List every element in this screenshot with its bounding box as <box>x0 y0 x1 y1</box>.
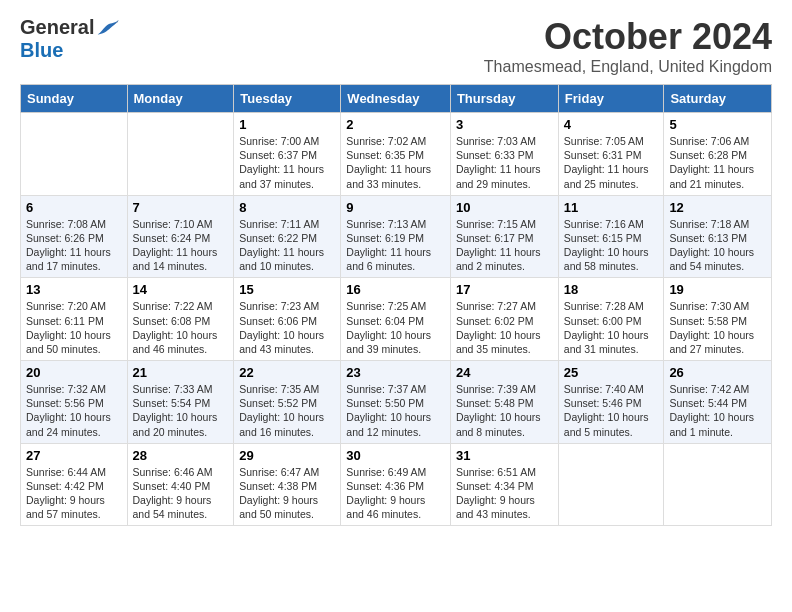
cell-daylight-text: Daylight: 10 hours and 39 minutes. <box>346 328 445 356</box>
cell-daylight-text: Sunset: 5:54 PM <box>133 396 229 410</box>
calendar-cell: 27Sunrise: 6:44 AMSunset: 4:42 PMDayligh… <box>21 443 128 526</box>
day-number: 19 <box>669 282 766 297</box>
day-header-friday: Friday <box>558 85 664 113</box>
cell-daylight-text: Sunset: 6:26 PM <box>26 231 122 245</box>
cell-daylight-text: Daylight: 11 hours and 14 minutes. <box>133 245 229 273</box>
calendar-cell: 3Sunrise: 7:03 AMSunset: 6:33 PMDaylight… <box>450 113 558 196</box>
cell-daylight-text: Daylight: 10 hours and 50 minutes. <box>26 328 122 356</box>
cell-daylight-text: Sunrise: 7:16 AM <box>564 217 659 231</box>
logo-general: General <box>20 16 94 39</box>
cell-daylight-text: Daylight: 10 hours and 12 minutes. <box>346 410 445 438</box>
cell-daylight-text: Sunrise: 6:51 AM <box>456 465 553 479</box>
calendar-cell <box>21 113 128 196</box>
calendar-cell <box>558 443 664 526</box>
calendar-cell: 25Sunrise: 7:40 AMSunset: 5:46 PMDayligh… <box>558 361 664 444</box>
day-number: 11 <box>564 200 659 215</box>
cell-daylight-text: Sunset: 6:35 PM <box>346 148 445 162</box>
calendar-cell: 31Sunrise: 6:51 AMSunset: 4:34 PMDayligh… <box>450 443 558 526</box>
cell-daylight-text: Daylight: 10 hours and 5 minutes. <box>564 410 659 438</box>
cell-daylight-text: Sunrise: 7:00 AM <box>239 134 335 148</box>
cell-daylight-text: Sunrise: 7:05 AM <box>564 134 659 148</box>
day-number: 28 <box>133 448 229 463</box>
cell-daylight-text: Daylight: 9 hours and 50 minutes. <box>239 493 335 521</box>
cell-daylight-text: Daylight: 10 hours and 27 minutes. <box>669 328 766 356</box>
day-number: 10 <box>456 200 553 215</box>
cell-daylight-text: Sunrise: 7:27 AM <box>456 299 553 313</box>
cell-daylight-text: Sunset: 6:08 PM <box>133 314 229 328</box>
cell-daylight-text: Sunrise: 7:39 AM <box>456 382 553 396</box>
day-number: 24 <box>456 365 553 380</box>
day-number: 3 <box>456 117 553 132</box>
cell-daylight-text: Daylight: 9 hours and 46 minutes. <box>346 493 445 521</box>
day-number: 21 <box>133 365 229 380</box>
day-number: 27 <box>26 448 122 463</box>
cell-daylight-text: Sunrise: 7:20 AM <box>26 299 122 313</box>
cell-daylight-text: Sunset: 4:36 PM <box>346 479 445 493</box>
cell-daylight-text: Sunset: 6:22 PM <box>239 231 335 245</box>
day-header-thursday: Thursday <box>450 85 558 113</box>
cell-daylight-text: Sunrise: 7:06 AM <box>669 134 766 148</box>
calendar-cell: 10Sunrise: 7:15 AMSunset: 6:17 PMDayligh… <box>450 195 558 278</box>
cell-daylight-text: Sunset: 5:52 PM <box>239 396 335 410</box>
calendar-cell: 29Sunrise: 6:47 AMSunset: 4:38 PMDayligh… <box>234 443 341 526</box>
day-number: 4 <box>564 117 659 132</box>
day-number: 1 <box>239 117 335 132</box>
cell-daylight-text: Sunset: 5:46 PM <box>564 396 659 410</box>
calendar-cell: 21Sunrise: 7:33 AMSunset: 5:54 PMDayligh… <box>127 361 234 444</box>
day-number: 8 <box>239 200 335 215</box>
calendar-cell: 17Sunrise: 7:27 AMSunset: 6:02 PMDayligh… <box>450 278 558 361</box>
cell-daylight-text: Daylight: 10 hours and 8 minutes. <box>456 410 553 438</box>
cell-daylight-text: Daylight: 11 hours and 37 minutes. <box>239 162 335 190</box>
day-number: 16 <box>346 282 445 297</box>
cell-daylight-text: Sunrise: 7:33 AM <box>133 382 229 396</box>
calendar-cell: 6Sunrise: 7:08 AMSunset: 6:26 PMDaylight… <box>21 195 128 278</box>
cell-daylight-text: Sunrise: 7:15 AM <box>456 217 553 231</box>
cell-daylight-text: Sunrise: 7:23 AM <box>239 299 335 313</box>
calendar-cell: 22Sunrise: 7:35 AMSunset: 5:52 PMDayligh… <box>234 361 341 444</box>
cell-daylight-text: Sunset: 6:02 PM <box>456 314 553 328</box>
cell-daylight-text: Sunset: 5:44 PM <box>669 396 766 410</box>
cell-daylight-text: Sunset: 6:31 PM <box>564 148 659 162</box>
day-number: 31 <box>456 448 553 463</box>
cell-daylight-text: Sunset: 6:06 PM <box>239 314 335 328</box>
day-number: 25 <box>564 365 659 380</box>
calendar-cell: 9Sunrise: 7:13 AMSunset: 6:19 PMDaylight… <box>341 195 451 278</box>
cell-daylight-text: Sunset: 4:34 PM <box>456 479 553 493</box>
calendar-week-row: 1Sunrise: 7:00 AMSunset: 6:37 PMDaylight… <box>21 113 772 196</box>
calendar-week-row: 6Sunrise: 7:08 AMSunset: 6:26 PMDaylight… <box>21 195 772 278</box>
cell-daylight-text: Daylight: 11 hours and 17 minutes. <box>26 245 122 273</box>
page-header: General Blue October 2024 Thamesmead, En… <box>20 16 772 76</box>
calendar-cell: 28Sunrise: 6:46 AMSunset: 4:40 PMDayligh… <box>127 443 234 526</box>
cell-daylight-text: Daylight: 11 hours and 2 minutes. <box>456 245 553 273</box>
day-header-tuesday: Tuesday <box>234 85 341 113</box>
day-number: 6 <box>26 200 122 215</box>
month-title: October 2024 <box>484 16 772 58</box>
cell-daylight-text: Sunrise: 6:44 AM <box>26 465 122 479</box>
cell-daylight-text: Daylight: 9 hours and 57 minutes. <box>26 493 122 521</box>
cell-daylight-text: Daylight: 10 hours and 54 minutes. <box>669 245 766 273</box>
cell-daylight-text: Sunrise: 7:02 AM <box>346 134 445 148</box>
cell-daylight-text: Sunrise: 7:08 AM <box>26 217 122 231</box>
cell-daylight-text: Sunset: 6:17 PM <box>456 231 553 245</box>
cell-daylight-text: Daylight: 10 hours and 46 minutes. <box>133 328 229 356</box>
calendar-week-row: 27Sunrise: 6:44 AMSunset: 4:42 PMDayligh… <box>21 443 772 526</box>
cell-daylight-text: Sunset: 6:37 PM <box>239 148 335 162</box>
cell-daylight-text: Daylight: 10 hours and 16 minutes. <box>239 410 335 438</box>
day-number: 17 <box>456 282 553 297</box>
cell-daylight-text: Sunset: 5:50 PM <box>346 396 445 410</box>
cell-daylight-text: Sunrise: 7:42 AM <box>669 382 766 396</box>
logo-blue: Blue <box>20 39 63 62</box>
day-header-sunday: Sunday <box>21 85 128 113</box>
cell-daylight-text: Sunrise: 7:11 AM <box>239 217 335 231</box>
calendar-cell: 12Sunrise: 7:18 AMSunset: 6:13 PMDayligh… <box>664 195 772 278</box>
cell-daylight-text: Daylight: 10 hours and 31 minutes. <box>564 328 659 356</box>
cell-daylight-text: Sunrise: 7:37 AM <box>346 382 445 396</box>
day-number: 14 <box>133 282 229 297</box>
cell-daylight-text: Daylight: 10 hours and 58 minutes. <box>564 245 659 273</box>
calendar-cell: 23Sunrise: 7:37 AMSunset: 5:50 PMDayligh… <box>341 361 451 444</box>
cell-daylight-text: Daylight: 11 hours and 21 minutes. <box>669 162 766 190</box>
calendar-cell: 18Sunrise: 7:28 AMSunset: 6:00 PMDayligh… <box>558 278 664 361</box>
calendar-cell: 15Sunrise: 7:23 AMSunset: 6:06 PMDayligh… <box>234 278 341 361</box>
cell-daylight-text: Sunset: 6:11 PM <box>26 314 122 328</box>
logo: General Blue <box>20 16 120 62</box>
